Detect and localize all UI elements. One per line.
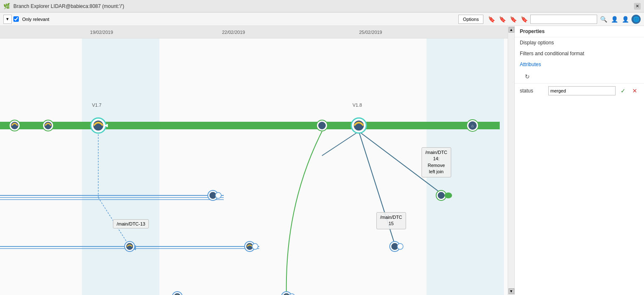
- home-green-dot: [478, 123, 482, 128]
- status-attribute-row: status ✓ ✕: [515, 84, 644, 98]
- search-button[interactable]: 🔍: [599, 15, 608, 24]
- toolbar: ▾ Only relevant Options 🔖 🔖 🔖 🔖 🔍 👤 👤 🌐: [0, 13, 644, 26]
- node-right-10: [252, 244, 258, 249]
- app-icon: 🌿: [3, 3, 10, 9]
- status-input[interactable]: [548, 86, 616, 95]
- dtc13-label: /main/DTC-13: [113, 219, 149, 228]
- only-relevant-label: Only relevant: [22, 17, 49, 22]
- node-green-8: [445, 192, 452, 198]
- node-fill-8[interactable]: [437, 192, 445, 199]
- close-button[interactable]: ✕: [634, 3, 641, 10]
- home-icon: ⌂: [471, 123, 474, 128]
- milestone-band-1: [82, 38, 159, 295]
- filter-dropdown[interactable]: ▾: [3, 15, 12, 24]
- status-cancel-button[interactable]: ✕: [631, 87, 639, 95]
- status-label: status: [520, 88, 545, 94]
- node-fill-9[interactable]: [126, 243, 133, 250]
- date-3: 25/02/2019: [358, 30, 384, 35]
- user1-button[interactable]: 👤: [610, 15, 619, 24]
- toolbar-icons: 🔖 🔖 🔖 🔖: [487, 15, 529, 24]
- scroll-up-button[interactable]: ▲: [509, 27, 514, 33]
- search-input[interactable]: [530, 15, 597, 24]
- node-fill-4[interactable]: [318, 121, 326, 130]
- timeline-header: 19/02/2019 22/02/2019 25/02/2019: [0, 26, 508, 38]
- dtc14-label: /main/DTC14:Removeleft join: [422, 147, 451, 177]
- globe-icon[interactable]: 🌐: [631, 15, 641, 24]
- dtc15-label: /main/DTC15: [376, 212, 406, 229]
- options-button[interactable]: Options: [458, 15, 483, 24]
- properties-title: Properties: [515, 26, 644, 37]
- scroll-down-button[interactable]: ▼: [509, 288, 514, 294]
- status-confirm-button[interactable]: ✓: [619, 87, 627, 95]
- node-right-7: [215, 192, 221, 198]
- filters-item[interactable]: Filters and conditional format: [515, 48, 644, 59]
- titlebar: 🌿 Branch Explorer LIDAR@babieca:8087 (mo…: [0, 0, 644, 13]
- date-1: 19/02/2019: [88, 30, 115, 35]
- graph-canvas[interactable]: ⌂: [0, 38, 508, 295]
- v18-green-curve: [286, 131, 322, 295]
- node-right-11: [397, 244, 403, 249]
- dropdown-arrow: ▾: [6, 16, 9, 22]
- bookmark4-button[interactable]: 🔖: [519, 15, 529, 24]
- date-2: 22/02/2019: [220, 30, 247, 35]
- v18-small-line: [322, 131, 359, 156]
- right-panel: Properties Display options Filters and c…: [514, 26, 644, 295]
- attributes-item[interactable]: Attributes: [515, 59, 644, 70]
- window-title: Branch Explorer LIDAR@babieca:8087 (moun…: [13, 3, 631, 9]
- refresh-button[interactable]: ↻: [520, 72, 535, 82]
- bookmark3-button[interactable]: 🔖: [509, 15, 518, 24]
- only-relevant-checkbox[interactable]: [13, 16, 19, 22]
- v18-label: V1.8: [353, 103, 362, 108]
- graph-area[interactable]: 19/02/2019 22/02/2019 25/02/2019: [0, 26, 508, 295]
- bookmark2-button[interactable]: 🔖: [498, 15, 507, 24]
- vertical-scrollbar[interactable]: ▲ ▼: [508, 26, 514, 295]
- user2-button[interactable]: 👤: [621, 15, 630, 24]
- main-layout: 19/02/2019 22/02/2019 25/02/2019: [0, 26, 644, 295]
- bookmark1-button[interactable]: 🔖: [487, 15, 496, 24]
- display-options-item[interactable]: Display options: [515, 37, 644, 48]
- v17-label: V1.7: [92, 103, 102, 108]
